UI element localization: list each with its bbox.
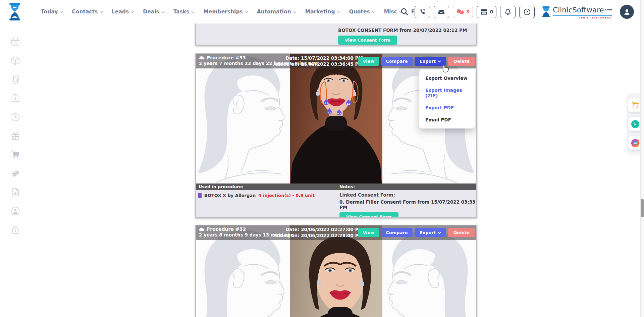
nav-quotes[interactable]: Quotes (349, 9, 375, 15)
voucher-tag-icon[interactable] (10, 168, 20, 178)
brand-text: ClinicSoftware.com TEN STEPS AHEAD (553, 6, 612, 16)
top-navbar: Today Contacts Leads Deals Tasks Members… (0, 0, 644, 23)
phone-button[interactable] (415, 6, 430, 18)
chat-button[interactable]: 3 (453, 6, 473, 18)
brand-tagline: TEN STEPS AHEAD (579, 16, 612, 19)
procedure-card-33: 0.2 0.2 0.2 0.2 (195, 53, 477, 218)
nav-today[interactable]: Today (41, 9, 63, 15)
view-button[interactable]: View (358, 228, 379, 237)
svg-text:0.2: 0.2 (328, 111, 331, 114)
nav-misc-label: Misc (384, 9, 397, 15)
user-avatar[interactable] (620, 5, 634, 19)
chevron-down-icon (131, 11, 134, 13)
compare-button[interactable]: Compare (381, 57, 413, 66)
face-diagram-left (196, 54, 290, 183)
account-icon[interactable] (10, 206, 20, 216)
scrollbar-thumb[interactable] (641, 199, 644, 217)
procedure-33-section-bars: Used in procedure: Notes: (196, 183, 476, 190)
svg-text:0.2: 0.2 (347, 103, 351, 105)
notes-column: Linked Consent Form: 0. Dermal Filler Co… (339, 192, 476, 218)
cart-icon[interactable] (10, 150, 20, 160)
inbox-button[interactable] (434, 6, 449, 18)
nav-leads[interactable]: Leads (112, 9, 134, 15)
export-button-label: Export (420, 59, 436, 64)
nav-contacts[interactable]: Contacts (72, 9, 103, 15)
nav-tasks-label: Tasks (173, 9, 190, 15)
nav-deals[interactable]: Deals (143, 9, 164, 15)
compare-button[interactable]: Compare (381, 228, 413, 237)
procedure-32-date: Date: 30/06/2022 02:27:00 PM (273, 226, 363, 232)
procedure-33-photo: 0.2 0.2 0.2 0.2 (290, 54, 382, 183)
svg-text:0.2: 0.2 (337, 112, 341, 115)
notes-bar: Notes: (338, 183, 355, 190)
procedure-33-date: Date: 15/07/2022 03:34:00 PM (273, 55, 363, 61)
nav-memberships[interactable]: Memberships (203, 9, 248, 15)
page-scrollbar[interactable] (640, 0, 644, 317)
export-button[interactable]: Export (415, 57, 446, 66)
cube-icon[interactable] (10, 56, 20, 66)
export-images-zip-item[interactable]: Export Images (ZIP) (419, 84, 475, 102)
svg-text:?: ? (526, 10, 528, 14)
order-bag-icon[interactable] (10, 93, 20, 103)
search-icon[interactable] (400, 7, 409, 16)
help-button[interactable]: ? (519, 6, 535, 18)
procedure-card-32: Procedure #32 2 years 8 months 9 days 13… (195, 225, 477, 317)
bell-icon (504, 8, 511, 15)
used-in-procedure-bar: Used in procedure: (196, 183, 338, 190)
calendar-icon[interactable]: 12 (10, 37, 20, 47)
question-icon: ? (524, 8, 531, 15)
hourglass-logo-icon[interactable] (7, 2, 22, 21)
export-dropdown-menu: Export Overview Export Images (ZIP) Expo… (419, 69, 475, 128)
procedure-32-header: Procedure #32 2 years 8 months 9 days 13… (196, 225, 476, 240)
nav-tasks[interactable]: Tasks (173, 9, 195, 15)
report-icon[interactable] (10, 187, 20, 197)
nav-leads-label: Leads (112, 9, 129, 15)
email-pdf-item[interactable]: Email PDF (419, 114, 475, 126)
chevron-down-icon (245, 11, 248, 13)
view-button[interactable]: View (358, 57, 379, 66)
left-sidebar: 12 (0, 23, 31, 317)
chevron-down-icon (337, 11, 340, 13)
procedure-33-details: BOTOX X by Allergan 4 injection(s) - 0.8… (196, 190, 476, 216)
linked-consent-line: 0. Dermal Filler Consent Form from 15/07… (339, 199, 476, 210)
export-button[interactable]: Export (415, 228, 446, 237)
chevron-down-icon (191, 11, 195, 13)
cart-icon (631, 102, 639, 109)
chevron-down-icon (372, 11, 375, 13)
view-consent-form-button[interactable]: View Consent Form (339, 212, 398, 218)
view-consent-form-button[interactable]: View Consent Form (338, 36, 397, 45)
phone-icon (419, 8, 426, 15)
procedure-32-dates: Date: 30/06/2022 02:27:00 PM Added on: 3… (273, 226, 363, 239)
store-button[interactable]: 0 (477, 6, 497, 18)
procedure-33-dates: Date: 15/07/2022 03:34:00 PM Added on: 1… (273, 55, 363, 67)
notifications-button[interactable] (500, 6, 516, 18)
product-color-swatch (198, 193, 202, 198)
nav-marketing-label: Marketing (305, 9, 335, 15)
procedure-32-title: Procedure #32 (207, 226, 246, 232)
nav-automation[interactable]: Automation (257, 9, 297, 15)
consent-form-line: BOTOX CONSENT FORM from 20/07/2022 02:12… (338, 28, 467, 33)
ai-assistant-icon: AI (631, 138, 640, 148)
chevron-down-icon (438, 60, 441, 62)
export-overview-item[interactable]: Export Overview (419, 72, 475, 84)
chevron-down-icon (293, 11, 297, 13)
product-name: BOTOX X by Allergan (204, 193, 256, 198)
nav-misc[interactable]: Misc (384, 9, 402, 15)
delete-button[interactable]: Delete (448, 57, 475, 66)
clinicsoftware-logo[interactable]: ClinicSoftware.com TEN STEPS AHEAD (542, 6, 612, 17)
chat-count-badge: 3 (466, 9, 470, 14)
nav-contacts-label: Contacts (72, 9, 98, 15)
history-icon[interactable] (10, 112, 20, 122)
procedure-33-header: Procedure #33 2 years 7 months 23 days 2… (196, 54, 476, 68)
procedure-33-images: 0.2 0.2 0.2 0.2 (196, 54, 476, 183)
duplicate-icon[interactable] (10, 74, 20, 85)
delete-button[interactable]: Delete (448, 228, 475, 237)
linked-consent-heading: Linked Consent Form: (339, 192, 476, 198)
procedure-33-title: Procedure #33 (207, 55, 246, 60)
lock-icon[interactable] (10, 225, 20, 235)
export-pdf-item[interactable]: Export PDF (419, 102, 475, 114)
page: Today Contacts Leads Deals Tasks Members… (0, 0, 644, 317)
gift-icon[interactable] (10, 131, 20, 141)
nav-marketing[interactable]: Marketing (305, 9, 340, 15)
cloud-icon (199, 227, 205, 231)
